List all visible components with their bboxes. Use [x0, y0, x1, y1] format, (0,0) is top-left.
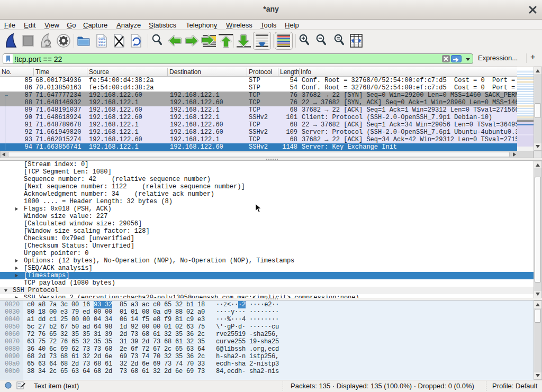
- svg-text:0113: 0113: [98, 43, 105, 47]
